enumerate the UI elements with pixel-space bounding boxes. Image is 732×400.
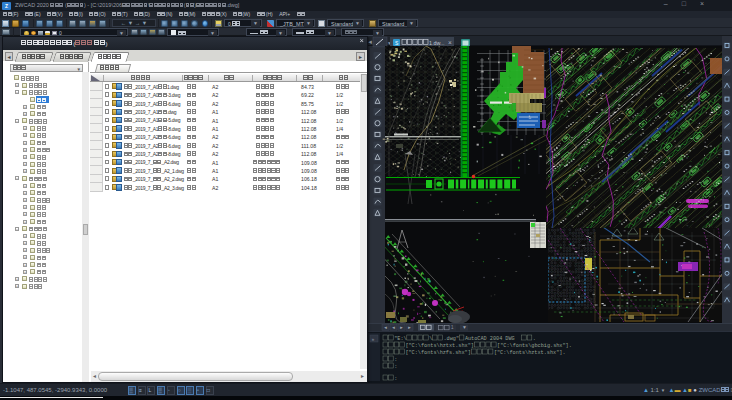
svg-text::: : — [394, 364, 397, 370]
svg-text:"E:\: "E:\ — [394, 336, 406, 342]
svg-text:►: ► — [407, 325, 411, 330]
svg-text:["C:\fonts\gbcbig.shx"].: ["C:\fonts\gbcbig.shx"]. — [497, 343, 572, 349]
svg-text:.: . — [533, 336, 536, 342]
svg-text:►: ► — [399, 325, 403, 330]
svg-text::: : — [394, 357, 397, 363]
svg-text::: : — [394, 376, 397, 382]
svg-text:.dwg": .dwg" — [444, 336, 460, 342]
svg-text:◄: ◄ — [383, 325, 387, 330]
svg-text:AutoCAD 2004 DWG: AutoCAD 2004 DWG — [465, 336, 515, 342]
svg-text:["C:\fonts\hzfs.shx"]: ["C:\fonts\hzfs.shx"] — [405, 350, 470, 356]
svg-text:×: × — [448, 39, 452, 46]
svg-text:▼: ▼ — [462, 324, 467, 330]
svg-text:◄: ◄ — [391, 325, 395, 330]
svg-text:»: » — [372, 336, 375, 342]
svg-text:["C:\fonts\hztxt.shx"].: ["C:\fonts\hztxt.shx"]. — [494, 350, 566, 356]
svg-text:\: \ — [429, 336, 432, 342]
svg-text:["C:\fonts\hztxt.shx"]: ["C:\fonts\hztxt.shx"] — [405, 343, 474, 349]
svg-text:1.dw...: 1.dw... — [429, 40, 445, 46]
